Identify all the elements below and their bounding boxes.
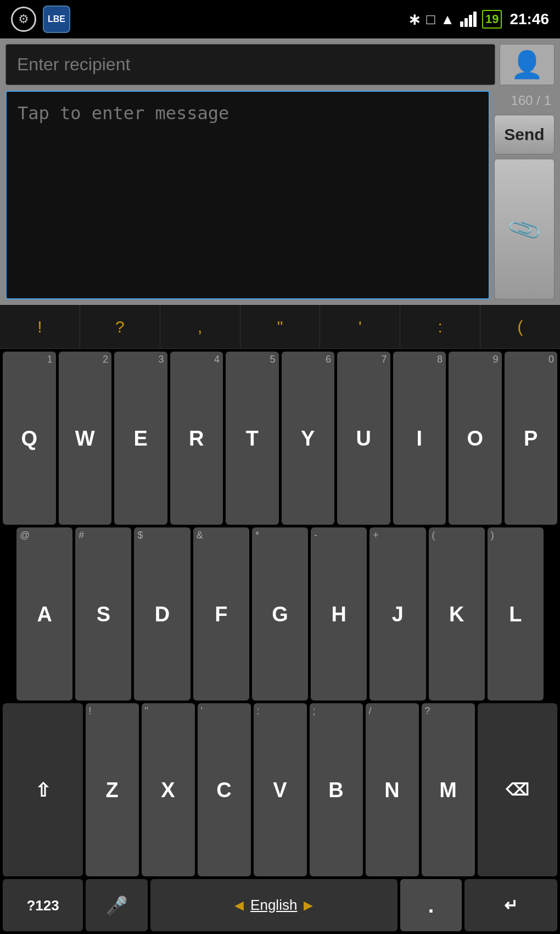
mic-key[interactable]: 🎤: [86, 879, 148, 931]
key-e[interactable]: 3E: [114, 352, 167, 525]
key-row-1: 1Q 2W 3E 4R 5T 6Y 7U 8I 9O 0P: [0, 349, 560, 525]
lbe-icon: LBE: [43, 5, 70, 33]
key-m[interactable]: ?M: [422, 703, 475, 876]
num-key[interactable]: ?123: [3, 879, 83, 931]
key-v[interactable]: :V: [254, 703, 307, 876]
key-s[interactable]: #S: [75, 527, 131, 700]
send-button[interactable]: Send: [494, 115, 555, 154]
key-x[interactable]: "X: [142, 703, 195, 876]
key-j[interactable]: +J: [369, 527, 425, 700]
key-w[interactable]: 2W: [59, 352, 112, 525]
message-actions: 160 / 1 Send 📎: [494, 91, 555, 299]
wifi-icon: ▲: [440, 11, 455, 28]
key-i[interactable]: 8I: [393, 352, 446, 525]
keyboard: ! ? , " ' : ( 1Q 2W 3E 4R 5T 6Y 7U 8I 9O…: [0, 305, 560, 934]
key-z[interactable]: !Z: [86, 703, 139, 876]
symbol-row: ! ? , " ' : (: [0, 305, 560, 349]
space-key[interactable]: ◀ English ▶: [150, 879, 397, 931]
key-f[interactable]: &F: [193, 527, 249, 700]
key-y[interactable]: 6Y: [282, 352, 335, 525]
settings-icon: ⚙: [11, 7, 36, 32]
vibrate-icon: □: [426, 11, 435, 28]
key-b[interactable]: ;B: [310, 703, 363, 876]
attach-button[interactable]: 📎: [494, 159, 555, 299]
sym-key-comma[interactable]: ,: [160, 305, 240, 348]
status-right-icons: ∗ □ ▲ 19 21:46: [408, 10, 549, 29]
status-left-icons: ⚙ LBE: [11, 5, 70, 33]
key-c[interactable]: 'C: [198, 703, 251, 876]
sym-key-quote[interactable]: ": [240, 305, 321, 348]
key-o[interactable]: 9O: [449, 352, 502, 525]
paperclip-icon: 📎: [505, 210, 544, 248]
key-r[interactable]: 4R: [170, 352, 223, 525]
key-u[interactable]: 7U: [337, 352, 390, 525]
delete-key[interactable]: ⌫: [478, 703, 558, 876]
sym-key-apostrophe[interactable]: ': [320, 305, 400, 348]
bottom-row: ?123 🎤 ◀ English ▶ . ↵: [0, 876, 560, 934]
clock: 21:46: [509, 10, 549, 28]
signal-icon: [460, 12, 477, 27]
sym-key-colon[interactable]: :: [400, 305, 480, 348]
message-input[interactable]: [5, 91, 490, 299]
key-l[interactable]: )L: [488, 527, 544, 700]
lang-left-arrow: ◀: [234, 898, 244, 913]
period-key[interactable]: .: [400, 879, 462, 931]
status-bar: ⚙ LBE ∗ □ ▲ 19 21:46: [0, 0, 560, 38]
space-label: ◀ English ▶: [234, 897, 313, 914]
battery-indicator: 19: [482, 10, 502, 29]
key-g[interactable]: *G: [252, 527, 308, 700]
bluetooth-icon: ∗: [408, 10, 421, 29]
key-t[interactable]: 5T: [226, 352, 279, 525]
shift-key[interactable]: ⇧: [3, 703, 83, 876]
sym-key-paren[interactable]: (: [480, 305, 560, 348]
message-row: 160 / 1 Send 📎: [5, 91, 555, 299]
key-q[interactable]: 1Q: [3, 352, 56, 525]
sym-key-exclaim[interactable]: !: [0, 305, 80, 348]
key-a[interactable]: @A: [16, 527, 72, 700]
char-count: 160 / 1: [494, 91, 555, 110]
sym-key-question[interactable]: ?: [80, 305, 160, 348]
language-label: English: [250, 897, 297, 914]
key-p[interactable]: 0P: [505, 352, 558, 525]
enter-key[interactable]: ↵: [464, 879, 557, 931]
key-row-2: @A #S $D &F *G -H +J (K )L: [0, 525, 560, 700]
contact-icon: 👤: [511, 49, 544, 80]
lang-right-arrow: ▶: [304, 898, 313, 913]
compose-area: 👤 160 / 1 Send 📎: [0, 38, 560, 305]
recipient-input[interactable]: [5, 44, 495, 85]
recipient-row: 👤: [5, 44, 555, 85]
key-row-3: ⇧ !Z "X 'C :V ;B /N ?M ⌫: [0, 700, 560, 876]
contact-picker-button[interactable]: 👤: [500, 44, 555, 85]
key-k[interactable]: (K: [429, 527, 485, 700]
key-h[interactable]: -H: [311, 527, 367, 700]
key-d[interactable]: $D: [134, 527, 190, 700]
key-n[interactable]: /N: [366, 703, 419, 876]
